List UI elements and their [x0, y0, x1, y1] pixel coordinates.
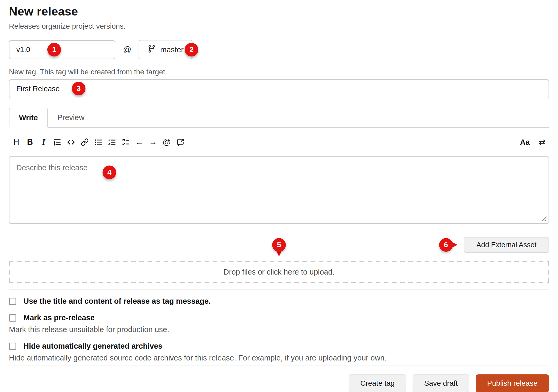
- undo-arrow-icon: ←: [135, 137, 144, 147]
- font-aa-icon: Aa: [520, 138, 530, 147]
- git-branch-icon: [148, 45, 156, 55]
- dropzone-wrap: 5 Drop files or click here to upload.: [9, 261, 549, 283]
- description-area-wrap: 4: [9, 156, 549, 225]
- bold-icon: B: [27, 137, 33, 147]
- at-separator: @: [123, 45, 131, 54]
- markdown-editor: Write Preview H B I: [9, 108, 549, 225]
- publish-release-button[interactable]: Publish release: [476, 374, 549, 392]
- mention-at-icon: @: [163, 137, 171, 147]
- tag-message-label: Use the title and content of release as …: [23, 297, 211, 306]
- hide-archives-description: Hide automatically generated source code…: [9, 354, 549, 362]
- reference-button[interactable]: [174, 135, 187, 149]
- link-icon: [80, 138, 89, 146]
- target-branch-label: master: [160, 45, 184, 54]
- quote-icon: [53, 138, 62, 146]
- new-release-page: New release Releases organize project ve…: [0, 0, 558, 392]
- task-list-icon: [121, 138, 130, 146]
- ordered-list-button[interactable]: 1 2: [105, 135, 119, 149]
- release-title-wrap: 3: [9, 79, 549, 98]
- prerelease-label: Mark as pre-release: [23, 313, 95, 322]
- annotation-badge-6: 6: [439, 238, 453, 252]
- redo-arrow-icon: →: [149, 137, 157, 147]
- add-external-asset-button[interactable]: Add External Asset: [464, 237, 549, 253]
- release-title-input[interactable]: [9, 79, 549, 98]
- hide-archives-checkbox[interactable]: [9, 343, 16, 350]
- heading-button[interactable]: H: [9, 135, 23, 149]
- mention-button[interactable]: @: [160, 135, 174, 149]
- footer-divider: [9, 365, 549, 365]
- undo-button[interactable]: ←: [133, 135, 146, 149]
- file-dropzone[interactable]: Drop files or click here to upload.: [9, 261, 549, 283]
- toolbar-right-group: Aa ⇄: [518, 135, 549, 149]
- cross-reference-icon: [176, 138, 185, 146]
- option-hide-archives[interactable]: Hide automatically generated archives: [9, 342, 549, 350]
- font-toggle-button[interactable]: Aa: [518, 135, 532, 149]
- code-icon: [67, 138, 75, 146]
- tag-name-input[interactable]: [9, 40, 115, 59]
- editor-toolbar: H B I: [9, 135, 549, 150]
- ordered-list-icon: 1 2: [108, 138, 116, 146]
- switch-editor-button[interactable]: ⇄: [535, 135, 549, 149]
- page-title: New release: [9, 5, 549, 18]
- prerelease-description: Mark this release unsuitable for product…: [9, 325, 549, 334]
- prerelease-checkbox[interactable]: [9, 314, 16, 322]
- footer-actions: Create tag Save draft Publish release: [9, 374, 549, 392]
- annotation-badge-6-wrap: 6: [439, 238, 460, 252]
- svg-text:2: 2: [108, 142, 110, 145]
- svg-text:1: 1: [108, 138, 110, 141]
- tag-target-row: 1 @ master 2: [9, 40, 549, 59]
- section-divider: [9, 289, 549, 290]
- task-list-button[interactable]: [119, 135, 133, 149]
- dropzone-text: Drop files or click here to upload.: [224, 268, 334, 276]
- tag-helper-text: New tag. This tag will be created from t…: [9, 68, 549, 76]
- target-branch-dropdown[interactable]: master 2: [139, 40, 192, 59]
- release-description-textarea[interactable]: [9, 156, 549, 224]
- bold-button[interactable]: B: [23, 135, 37, 149]
- unordered-list-button[interactable]: [92, 135, 105, 149]
- annotation-badge-6-number: 6: [439, 238, 453, 252]
- redo-button[interactable]: →: [146, 135, 160, 149]
- unordered-list-icon: [94, 138, 103, 146]
- annotation-badge-1: 1: [47, 43, 61, 56]
- italic-button[interactable]: I: [37, 135, 50, 149]
- page-subtitle: Releases organize project versions.: [9, 22, 549, 30]
- link-button[interactable]: [78, 135, 92, 149]
- tag-input-wrap: 1: [9, 40, 115, 59]
- tab-write[interactable]: Write: [9, 108, 48, 128]
- annotation-badge-5-number: 5: [272, 238, 286, 252]
- option-prerelease[interactable]: Mark as pre-release: [9, 313, 549, 322]
- tag-message-checkbox[interactable]: [9, 298, 16, 305]
- annotation-badge-4: 4: [103, 166, 116, 179]
- switch-arrows-icon: ⇄: [539, 137, 546, 147]
- annotation-badge-2: 2: [185, 43, 198, 56]
- hide-archives-label: Hide automatically generated archives: [23, 342, 163, 350]
- create-tag-button[interactable]: Create tag: [349, 374, 406, 392]
- heading-icon: H: [13, 137, 19, 147]
- annotation-badge-3: 3: [72, 82, 85, 95]
- quote-button[interactable]: [50, 135, 64, 149]
- option-tag-message[interactable]: Use the title and content of release as …: [9, 297, 549, 306]
- annotation-badge-5: 5: [272, 238, 286, 252]
- tab-preview[interactable]: Preview: [48, 108, 94, 127]
- save-draft-button[interactable]: Save draft: [413, 374, 469, 392]
- code-button[interactable]: [64, 135, 78, 149]
- italic-icon: I: [42, 137, 45, 147]
- editor-tabs: Write Preview: [9, 108, 549, 128]
